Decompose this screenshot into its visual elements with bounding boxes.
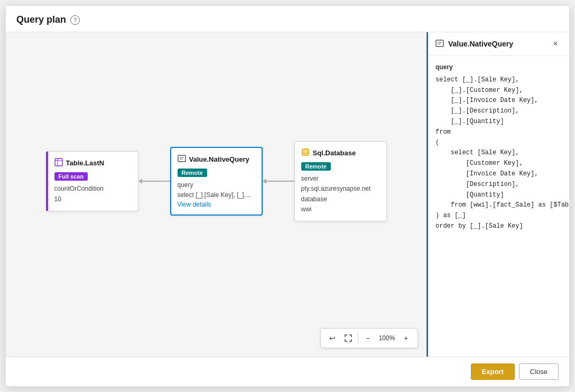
node-sql-database-badge: Remote xyxy=(301,162,331,171)
panel-title: Value.NativeQuery xyxy=(448,40,513,48)
panel-section-label: query xyxy=(435,62,562,73)
fit-button[interactable] xyxy=(341,331,356,346)
arrow-2 xyxy=(263,179,294,184)
dialog-header: Query plan ? xyxy=(6,6,569,32)
node-sql-database-header: Sql.Database xyxy=(301,148,380,158)
canvas-area: Table.LastN Full scan countOrCondition10 xyxy=(6,32,426,357)
node-table-lastn-header: Table.LastN xyxy=(54,158,132,168)
zoom-level: 100% xyxy=(376,334,397,342)
node-table-lastn-text: countOrCondition10 xyxy=(54,184,132,204)
dialog-body: Table.LastN Full scan countOrCondition10 xyxy=(6,32,569,357)
table-icon xyxy=(54,158,63,168)
panel-title-row: Value.NativeQuery xyxy=(435,39,513,49)
node-sql-database-text: serverpty.sql.azuresynapse.netdatabaseww… xyxy=(301,174,380,214)
panel-header: Value.NativeQuery × xyxy=(428,32,569,56)
node-value-nativequery-header: Value.NativeQuery xyxy=(178,154,255,164)
node-sql-database-title: Sql.Database xyxy=(313,149,356,157)
query-icon xyxy=(178,154,186,164)
dialog-title: Query plan xyxy=(16,14,66,25)
zoom-in-button[interactable]: + xyxy=(398,331,413,346)
arrow-1 xyxy=(138,179,170,184)
svg-rect-0 xyxy=(55,158,62,166)
node-value-nativequery-text: queryselect [_].[Sale Key], [_].... xyxy=(178,180,255,200)
nodes-container: Table.LastN Full scan countOrCondition10 xyxy=(46,141,387,221)
arrow-head-2 xyxy=(263,179,266,184)
panel-close-button[interactable]: × xyxy=(549,38,562,50)
node-table-lastn-badge: Full scan xyxy=(54,172,88,181)
node-sql-database[interactable]: Sql.Database Remote serverpty.sql.azures… xyxy=(294,141,387,221)
query-code: select [_].[Sale Key], [_].[Customer Key… xyxy=(435,75,562,232)
close-button[interactable]: Close xyxy=(519,363,559,380)
right-panel: Value.NativeQuery × query select [_].[Sa… xyxy=(426,32,569,357)
node-value-nativequery-title: Value.NativeQuery xyxy=(189,155,249,163)
undo-button[interactable]: ↩ xyxy=(325,331,340,346)
view-details-link[interactable]: View details xyxy=(178,201,211,208)
arrow-head-1 xyxy=(138,179,142,184)
node-table-lastn-title: Table.LastN xyxy=(66,159,105,167)
query-plan-dialog: Query plan ? xyxy=(5,5,570,387)
canvas-toolbar: ↩ − 100% + xyxy=(320,328,418,348)
panel-icon xyxy=(435,39,444,49)
node-table-lastn[interactable]: Table.LastN Full scan countOrCondition10 xyxy=(46,151,138,211)
node-value-nativequery[interactable]: Value.NativeQuery Remote queryselect [_]… xyxy=(170,147,263,216)
toolbar-divider xyxy=(358,333,358,343)
zoom-out-button[interactable]: − xyxy=(360,331,375,346)
help-icon[interactable]: ? xyxy=(70,15,80,25)
export-button[interactable]: Export xyxy=(471,363,515,380)
arrow-line-1 xyxy=(142,181,170,182)
svg-rect-7 xyxy=(436,40,443,46)
panel-body: query select [_].[Sale Key], [_].[Custom… xyxy=(428,56,569,357)
database-icon xyxy=(301,148,310,158)
node-value-nativequery-badge: Remote xyxy=(178,169,207,177)
arrow-line-2 xyxy=(266,181,294,182)
svg-rect-3 xyxy=(178,155,186,162)
canvas-content: Table.LastN Full scan countOrCondition10 xyxy=(6,32,426,330)
dialog-footer: Export Close xyxy=(6,357,569,386)
